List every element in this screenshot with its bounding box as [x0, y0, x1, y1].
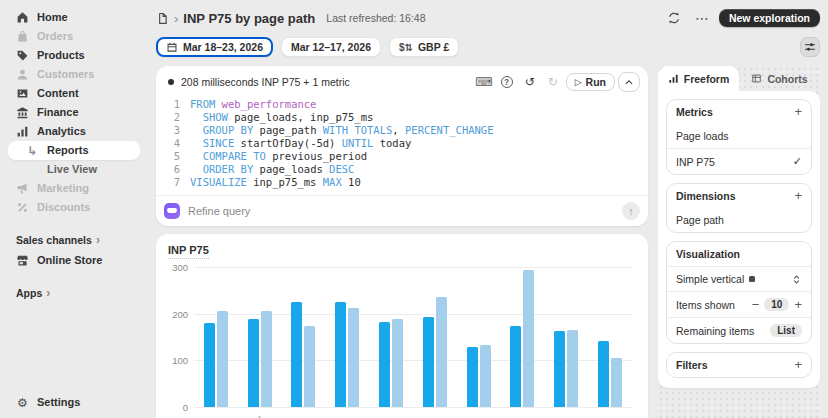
last-refreshed: Last refreshed: 16:48 [326, 12, 425, 24]
y-axis-tick: 100 [168, 355, 188, 366]
updown-select-icon[interactable] [791, 274, 802, 285]
visualization-group: Visualization Simple vertical Items show… [666, 241, 812, 344]
bar-Mar 18–23, 2026[interactable] [598, 341, 609, 407]
submit-arrow-icon[interactable]: ↑ [622, 202, 640, 220]
viz-type-row[interactable]: Simple vertical [667, 266, 811, 291]
breadcrumb: › INP P75 by page path Last refreshed: 1… [156, 11, 426, 26]
sidebar-item-reports[interactable]: ↳Reports [8, 141, 140, 160]
items-shown-value[interactable]: 10 [764, 298, 789, 311]
sidebar-item-products[interactable]: Products [8, 46, 140, 65]
bar-Mar 18–23, 2026[interactable] [204, 323, 215, 407]
bar-Mar 18–23, 2026[interactable] [248, 319, 259, 407]
collapse-editor-button[interactable] [618, 72, 640, 92]
code-token: today [380, 137, 412, 150]
home-icon [16, 11, 29, 24]
code-token: FROM [190, 98, 222, 111]
sidebar-item-online-store[interactable]: Online Store [8, 251, 140, 270]
add-dimension-button[interactable]: + [794, 191, 802, 201]
page-title: INP P75 by page path [183, 11, 315, 26]
bar-Mar 12–17, 2026[interactable] [567, 330, 578, 407]
sales-channels-label: Sales channels [16, 234, 92, 246]
analytics-icon [16, 125, 29, 138]
keyboard-shortcuts-icon[interactable]: ⌨ [474, 73, 494, 91]
metrics-title: Metrics [676, 106, 713, 118]
code-token: inp_p75_ms [253, 176, 323, 189]
bar-Mar 12–17, 2026[interactable] [217, 311, 228, 407]
query-editor[interactable]: 1FROM web_performance2 SHOW page_loads, … [156, 94, 648, 195]
decrement-button[interactable]: − [752, 300, 760, 310]
chip-label: GBP £ [418, 41, 449, 53]
more-options-button[interactable]: ⋯ [691, 8, 713, 28]
sidebar-item-finance[interactable]: Finance [8, 103, 140, 122]
refresh-button[interactable] [663, 8, 685, 28]
date-chip-0[interactable]: Mar 18–23, 2026 [156, 37, 273, 57]
tab-cohorts[interactable]: Cohorts [739, 66, 820, 91]
bar-Mar 12–17, 2026[interactable] [523, 270, 534, 407]
sidebar-item-label: Orders [37, 30, 73, 43]
metric-row[interactable]: Page loads [667, 124, 811, 148]
code-line: 3 GROUP BY page_path WITH TOTALS, PERCEN… [164, 124, 640, 137]
bar-Mar 18–23, 2026[interactable] [335, 302, 346, 407]
run-button[interactable]: ▷ Run [566, 73, 615, 91]
viz-type-swatch-icon [749, 276, 755, 282]
document-icon[interactable] [156, 12, 169, 25]
bar-Mar 12–17, 2026[interactable] [304, 326, 315, 407]
settings-label: Settings [37, 396, 80, 409]
apps-label: Apps [16, 287, 42, 299]
tab-freeform[interactable]: Freeform [658, 66, 739, 91]
bar-Mar 12–17, 2026[interactable] [261, 311, 272, 407]
sidebar-item-label: Reports [47, 144, 89, 157]
remaining-items-value[interactable]: List [770, 324, 802, 337]
currency-icon: $⇅ [399, 42, 413, 53]
sidebar-item-discounts: Discounts [8, 198, 140, 217]
code-token: DESC [329, 163, 354, 176]
sidebar-item-settings[interactable]: ⚙ Settings [8, 393, 140, 412]
help-icon[interactable]: ? [497, 73, 517, 91]
bar-groups: /search//collections/fragra.../products/… [194, 267, 632, 407]
code-token [190, 124, 203, 137]
bar-Mar 12–17, 2026[interactable] [348, 308, 359, 407]
bar-Mar 18–23, 2026[interactable] [510, 326, 521, 407]
bar-Mar 12–17, 2026[interactable] [392, 319, 403, 407]
undo-icon[interactable]: ↺ [520, 73, 540, 91]
panel-toggle-button[interactable] [800, 37, 820, 57]
increment-button[interactable]: + [794, 300, 802, 310]
sidebar-item-content[interactable]: Content [8, 84, 140, 103]
sidebar-item-live-view[interactable]: Live View [8, 160, 140, 179]
chevron-right-icon: › [96, 233, 100, 247]
bar-group: /collections/parfum... [598, 267, 622, 407]
code-token [190, 163, 203, 176]
bar-group: /search [204, 267, 228, 407]
products-icon [16, 49, 29, 62]
sales-channels-header[interactable]: Sales channels › [8, 229, 140, 251]
redo-icon[interactable]: ↻ [543, 73, 563, 91]
apps-header[interactable]: Apps › [8, 282, 140, 304]
refine-query-input[interactable] [188, 205, 614, 217]
bar-Mar 18–23, 2026[interactable] [423, 317, 434, 407]
bar-Mar 12–17, 2026[interactable] [436, 297, 447, 407]
code-token: WITH TOTALS [323, 124, 393, 137]
code-line: 5 COMPARE TO previous_period [164, 150, 640, 163]
line-number: 3 [164, 124, 180, 137]
add-filter-button[interactable]: + [794, 360, 802, 370]
bar-Mar 12–17, 2026[interactable] [611, 358, 622, 407]
code-token: 10 [348, 176, 361, 189]
bar-Mar 18–23, 2026[interactable] [467, 347, 478, 407]
add-metric-button[interactable]: + [794, 107, 802, 117]
dimension-row[interactable]: Page path [667, 208, 811, 232]
bar-Mar 18–23, 2026[interactable] [554, 331, 565, 407]
sidebar-item-home[interactable]: Home [8, 8, 140, 27]
query-card: 208 milliseconds INP P75 + 1 metric ⌨ ? … [156, 66, 648, 226]
bar-Mar 18–23, 2026[interactable] [291, 302, 302, 407]
bar-Mar 18–23, 2026[interactable] [379, 322, 390, 407]
new-exploration-button[interactable]: New exploration [719, 9, 820, 27]
date-chip-2[interactable]: $⇅GBP £ [389, 37, 459, 57]
bar-Mar 12–17, 2026[interactable] [480, 345, 491, 407]
sidebar-item-analytics[interactable]: Analytics [8, 122, 140, 141]
storefront-icon [16, 254, 29, 267]
bar-group: /pages/loyalty-sch... [467, 267, 491, 407]
chart-card: INP P75 0100200300/search//collections/f… [156, 234, 648, 418]
metric-row[interactable]: INP P75✓ [667, 148, 811, 174]
play-icon: ▷ [575, 77, 582, 87]
date-chip-1[interactable]: Mar 12–17, 2026 [281, 37, 381, 57]
